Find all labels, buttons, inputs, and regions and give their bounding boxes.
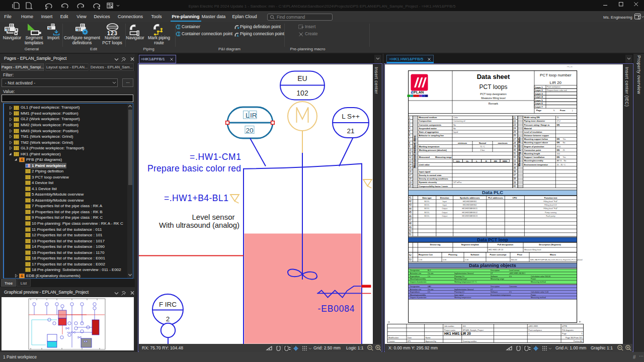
- svg-text:HK1 HW1 LIR 20: HK1 HW1 LIR 20: [444, 332, 471, 335]
- svg-text:Software: Software: [470, 253, 479, 256]
- svg-text:Output: Output: [442, 215, 447, 217]
- svg-text:10: 10: [409, 149, 412, 151]
- svg-text:With ultrasound (analog): With ultrasound (analog): [159, 221, 239, 229]
- svg-text:47: 47: [409, 219, 412, 221]
- svg-text:PN_06: PN_06: [567, 66, 573, 68]
- svg-text:Macro: Macro: [550, 253, 556, 256]
- svg-text:Data type: Data type: [422, 197, 432, 199]
- svg-text:Function text: Function text: [544, 197, 557, 199]
- svg-text:Measured medium: Measured medium: [419, 116, 437, 119]
- svg-text:&: &: [21, 274, 23, 278]
- svg-text:Yes: Yes: [562, 156, 566, 158]
- svg-text:44: 44: [409, 208, 412, 210]
- svg-text:Approved by: Approved by: [426, 340, 436, 342]
- svg-text:13: 13: [409, 160, 412, 162]
- svg-text:Yes: Yes: [562, 138, 566, 140]
- svg-text:DT: DT: [491, 289, 494, 291]
- svg-text:Page: Page: [562, 333, 567, 335]
- svg-text:EPL: EPL: [408, 340, 411, 342]
- svg-text:0,5h: 0,5h: [443, 259, 446, 261]
- svg-text:36: 36: [513, 170, 516, 173]
- svg-text:Measurand: Measurand: [419, 156, 430, 158]
- svg-text:Implementation General: Implementation General: [454, 289, 474, 291]
- svg-text:10³ mPas: 10³ mPas: [453, 181, 462, 184]
- svg-text:Behavior in sampling line: Behavior in sampling line: [419, 134, 444, 137]
- svg-text:49: 49: [409, 226, 412, 229]
- svg-text:24: 24: [513, 127, 516, 130]
- svg-text:Degree of protection: Degree of protection: [410, 281, 427, 283]
- svg-text:Pressure rating / flange ra: Pressure rating / flange ra: [524, 124, 550, 126]
- svg-text:UA1: UA1: [428, 286, 431, 288]
- svg-text:Dynamic viscosity: Dynamic viscosity: [419, 181, 437, 184]
- svg-text:Requirem Con: Requirem Con: [419, 253, 433, 256]
- svg-text:Working pressure (absolute): Working pressure (absolute): [419, 149, 447, 151]
- svg-text:On-site: On-site: [428, 289, 434, 291]
- svg-text:Working temperature 0 5: Working temperature 0 5 °C: [454, 281, 477, 283]
- svg-text:-EB0084: -EB0084: [318, 304, 355, 314]
- svg-text:Measuring range: Measuring range: [491, 278, 504, 280]
- svg-text:Description (Segment): Description (Segment): [539, 243, 561, 246]
- svg-text:Density at working conditions: Density at working conditions: [419, 177, 449, 180]
- svg-text:LLL: LLL: [456, 160, 460, 162]
- svg-text:Normal: Normal: [479, 142, 486, 144]
- svg-text:&PFB: &PFB: [562, 325, 567, 327]
- svg-text:&: &: [21, 158, 23, 161]
- svg-text:Measured medium data: Measured medium data: [413, 135, 416, 168]
- svg-text:Layer 2: Layer 2: [535, 89, 543, 92]
- svg-text:ePLAN: ePLAN: [411, 89, 424, 95]
- svg-text:1,5h: 1,5h: [465, 259, 468, 261]
- svg-text:35: 35: [513, 167, 516, 169]
- svg-text:From: From: [560, 109, 566, 112]
- svg-text:7: 7: [409, 138, 411, 141]
- svg-text:HK1HW1MESSO3: HK1HW1MESSO3: [462, 215, 477, 217]
- svg-text:Environment temperature: Environment temperature: [491, 294, 511, 296]
- svg-text:27: 27: [513, 138, 516, 141]
- svg-text:Mounting length: Mounting length: [524, 152, 540, 155]
- svg-text:AB 51 - No: AB 51 - No: [556, 159, 566, 162]
- svg-text:Working temperature: Working temperature: [419, 145, 440, 148]
- svg-text:31: 31: [513, 152, 516, 155]
- svg-text:40: 40: [513, 185, 516, 188]
- svg-text:102: 102: [296, 89, 308, 97]
- svg-text:Piping inner diameter: Piping inner diameter: [524, 120, 545, 122]
- svg-text:9: 9: [409, 145, 411, 148]
- svg-text:1,5h: 1,5h: [419, 259, 422, 261]
- svg-text:Format A4: Format A4: [574, 340, 583, 342]
- svg-text:0 h: 0 h: [509, 291, 512, 293]
- svg-text:Output: Output: [442, 208, 447, 210]
- svg-text:Expenditure: Expenditure: [410, 276, 420, 278]
- svg-text:Description: Description: [491, 269, 500, 272]
- svg-text:Degree of protection: Degree of protection: [410, 297, 427, 299]
- svg-text:43: 43: [409, 204, 412, 206]
- svg-text:Color: Color: [453, 116, 458, 119]
- svg-text:Level of insulation: Level of insulation: [524, 131, 542, 133]
- svg-text:Calculation value 5,00: Calculation value 5,00: [531, 291, 548, 293]
- svg-text:15: 15: [409, 167, 412, 169]
- svg-text:Data PLC: Data PLC: [482, 190, 503, 195]
- svg-text:21: 21: [513, 117, 516, 119]
- svg-text:Software: Software: [491, 291, 498, 293]
- svg-text:Support / installation: Support / installation: [524, 156, 545, 158]
- svg-text:Mounting length: Mounting length: [454, 278, 467, 280]
- svg-text:BOOL: BOOL: [424, 204, 429, 206]
- svg-text:PCT loop designation: PCT loop designation: [480, 93, 507, 96]
- svg-text:BOOL: BOOL: [424, 212, 429, 214]
- svg-text:1: 1: [409, 117, 411, 119]
- svg-text:42: 42: [409, 200, 412, 203]
- svg-text:Power consumpt: Power consumpt: [490, 253, 507, 256]
- svg-text:25: 25: [562, 149, 565, 151]
- svg-text:No: No: [562, 141, 565, 144]
- svg-text:HK1HW1MESSO1: HK1HW1MESSO1: [462, 208, 477, 210]
- svg-text:IR: IR: [250, 112, 257, 119]
- svg-text:25: 25: [556, 116, 558, 119]
- svg-text:LIR 20: LIR 20: [550, 80, 562, 85]
- svg-text:=.HW1+B4-BL1: =.HW1+B4-BL1: [164, 193, 228, 203]
- svg-text:HK1HW1MESSO2: HK1HW1MESSO2: [462, 212, 477, 214]
- svg-text:Filling level "Full": Filling level "Full": [544, 208, 558, 210]
- svg-text:BOOL: BOOL: [424, 208, 429, 210]
- svg-text:DN: DN: [556, 124, 559, 126]
- svg-text:11: 11: [409, 152, 412, 155]
- svg-text:Planning 1 h: Planning 1 h: [454, 276, 464, 278]
- svg-text:L S++: L S++: [342, 113, 360, 120]
- svg-text:BOOL: BOOL: [424, 215, 429, 217]
